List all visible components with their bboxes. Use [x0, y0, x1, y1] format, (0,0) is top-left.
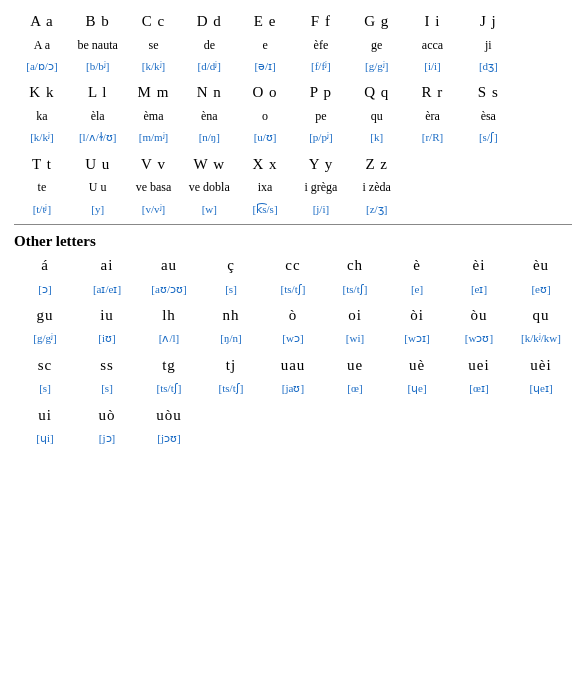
alphabet-row-3-names: te U u ve basa ve dobla ixa i grèga i zè… [14, 178, 572, 198]
letter-G: G g [349, 10, 405, 34]
letter-F: F f [293, 10, 349, 34]
other-row-4-ipa: [ɥi] [jɔ] [jɔʊ] [14, 429, 572, 447]
letter-I: I i [405, 10, 461, 34]
other-row-1-ipa: [ɔ] [aɪ/eɪ] [aʊ/ɔʊ] [s] [ts/tʃ] [ts/tʃ] … [14, 280, 572, 298]
alphabet-row-2-names: ka èla èma èna o pe qu èra èsa [14, 107, 572, 127]
letter-A: A a [14, 10, 70, 34]
section-divider [14, 224, 572, 225]
other-row-2-letters: gu iu lh nh ò oi òi òu qu [14, 304, 572, 328]
alphabet-row-3-ipa: [t/tʲ] [y] [v/vʲ] [w] [k͡s/s] [j/i] [z/ʒ… [14, 200, 572, 218]
other-row-3-letters: sc ss tg tj uau ue uè uei uèi [14, 354, 572, 378]
other-letters-title: Other letters [14, 233, 572, 250]
alphabet-row-3-headers: T t U u V v W w X x Y y Z z [14, 153, 572, 177]
other-row-4-letters: ui uò uòu [14, 404, 572, 428]
other-row-2-ipa: [g/gʲ] [iʊ] [ʌ/l] [ŋ/n] [wɔ] [wi] [wɔɪ] … [14, 329, 572, 347]
letter-J: J j [460, 10, 516, 34]
letter-E: E e [237, 10, 293, 34]
alphabet-row-2-ipa: [k/kʲ] [l/ʌ/ɫ/ʊ] [m/mʲ] [n/ŋ] [u/ʊ] [p/p… [14, 128, 572, 146]
alphabet-row-1-ipa: [a/ɒ/ɔ] [b/bʲ] [k/kʲ] [d/dʲ] [ə/ɪ] [f/fʲ… [14, 57, 572, 75]
letter-B: B b [70, 10, 126, 34]
other-row-1-letters: á ai au ç cc ch è èi èu [14, 254, 572, 278]
letter-C: C c [126, 10, 182, 34]
alphabet-row-1-headers: A a B b C c D d E e F f G g I i J j [14, 10, 572, 34]
letter-D: D d [181, 10, 237, 34]
alphabet-row-2-headers: K k L l M m N n O o P p Q q R r S s [14, 81, 572, 105]
alphabet-section: A a B b C c D d E e F f G g I i J j A a [14, 10, 572, 218]
other-row-3-ipa: [s] [s] [ts/tʃ] [ts/tʃ] [jaʊ] [œ] [ɥe] [… [14, 379, 572, 397]
alphabet-row-1-names: A a be nauta se de e èfe ge acca ji [14, 36, 572, 56]
other-letters-section: Other letters á ai au ç cc ch è èi èu [ɔ… [14, 233, 572, 447]
